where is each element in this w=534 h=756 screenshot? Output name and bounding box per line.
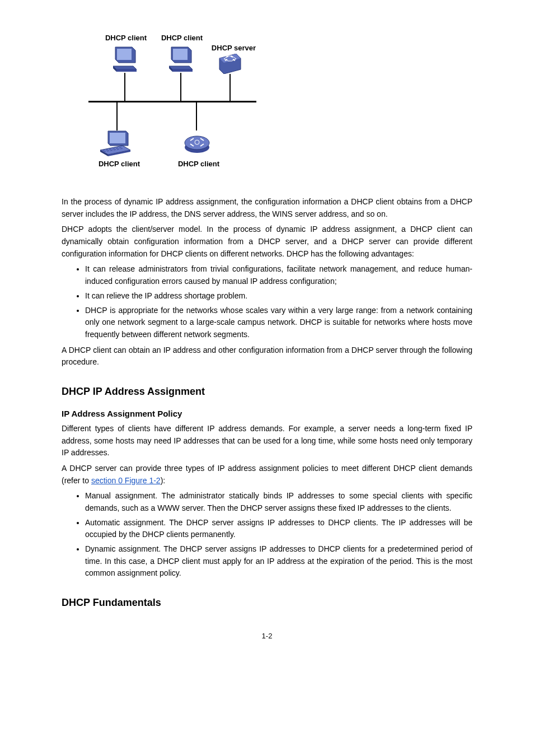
label-client-top-right: DHCP client [157, 34, 207, 42]
paragraph-advantages-intro: DHCP adopts the client/server model. In … [62, 223, 472, 260]
page-number: 1-2 [62, 632, 472, 640]
stub-top-right [180, 73, 181, 101]
paragraph-policy-1: Different types of clients have differen… [62, 423, 472, 459]
device-laptop [98, 130, 133, 158]
page: DHCP client DHCP client DHCP server [0, 0, 534, 756]
svg-rect-2 [110, 133, 125, 143]
label-server: DHCP server [207, 44, 260, 52]
heading-dhcp-fundamentals: DHCP Fundamentals [62, 596, 472, 609]
list-item-policy-2: Automatic assignment. The DHCP server as… [85, 517, 472, 541]
device-pc-top-right [167, 45, 195, 73]
paragraph-fundamentals-intro: A DHCP client can obtain an IP address a… [62, 344, 472, 368]
list-advantages: It can release administrators from trivi… [62, 263, 472, 340]
laptop-icon [98, 130, 133, 158]
paragraph-intro: In the process of dynamic IP address ass… [62, 196, 472, 220]
figure-dhcp-topology: DHCP client DHCP client DHCP server [78, 34, 257, 190]
list-item-adv-2: It can relieve the IP address shortage p… [85, 290, 472, 302]
stub-bottom-right [196, 102, 197, 130]
device-router [182, 132, 212, 155]
list-item-policy-1: Manual assignment. The administrator sta… [85, 490, 472, 514]
bus-line [88, 101, 256, 102]
list-item-adv-1: It can release administrators from trivi… [85, 263, 472, 287]
paragraph-policy-2-tail: ): [161, 476, 166, 485]
list-policies: Manual assignment. The administrator sta… [62, 490, 472, 580]
list-item-policy-3: Dynamic assignment. The DHCP server assi… [85, 543, 472, 580]
label-client-bottom-left: DHCP client [94, 160, 144, 168]
pc-icon [111, 45, 139, 73]
paragraph-policy-2: A DHCP server can provide three types of… [62, 463, 472, 487]
device-switch-server [217, 54, 243, 74]
stub-server [229, 74, 231, 101]
stub-top-left [124, 73, 125, 101]
svg-point-4 [185, 136, 209, 150]
stub-bottom-left [116, 102, 118, 130]
device-pc-top-left [111, 45, 139, 73]
router-icon [182, 132, 212, 155]
svg-rect-0 [117, 49, 132, 60]
list-item-adv-3: DHCP is appropriate for the networks who… [85, 305, 472, 341]
label-client-top-left: DHCP client [101, 34, 151, 42]
heading-ip-assignment: DHCP IP Address Assignment [62, 385, 472, 398]
label-client-bottom-right: DHCP client [174, 160, 224, 168]
switch-icon [217, 54, 243, 74]
svg-rect-1 [173, 49, 188, 60]
xref-figure-1-2[interactable]: section 0 Figure 1-2 [91, 476, 161, 485]
heading-ip-policy: IP Address Assignment Policy [62, 408, 472, 419]
pc-icon [167, 45, 195, 73]
